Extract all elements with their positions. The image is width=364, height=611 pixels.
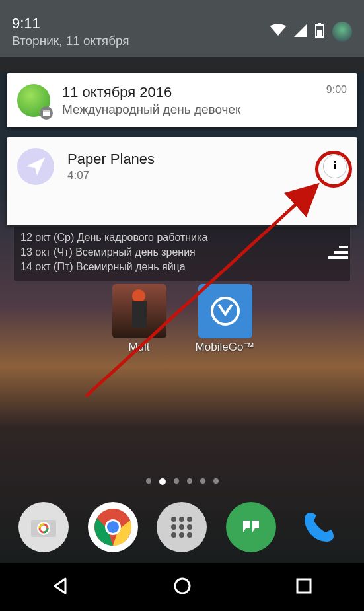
notif-subtitle: Международный день девочек <box>62 102 314 117</box>
calendar-row: 13 окт (Чт) Всемирный день зрения <box>20 245 344 260</box>
info-icon <box>328 159 342 174</box>
dock-chrome[interactable] <box>88 502 138 552</box>
svg-point-8 <box>171 517 176 522</box>
globe-icon <box>17 84 50 117</box>
svg-rect-1 <box>132 301 147 328</box>
app-label: Mult <box>128 341 149 354</box>
svg-point-10 <box>187 517 192 522</box>
info-button[interactable] <box>323 155 347 178</box>
svg-point-17 <box>175 579 190 593</box>
paper-plane-icon <box>17 148 54 185</box>
notification-paper-planes[interactable]: Paper Planes 4:07 <box>7 137 357 225</box>
notif-title: Paper Planes <box>67 151 155 168</box>
dock-hangouts[interactable] <box>226 502 276 552</box>
svg-rect-18 <box>297 579 310 593</box>
nav-home[interactable] <box>172 576 192 598</box>
svg-rect-25 <box>334 164 336 169</box>
mobilego-icon <box>198 284 252 338</box>
mult-icon <box>112 284 166 338</box>
nav-recents[interactable] <box>295 577 313 598</box>
app-mobilego[interactable]: MobileGo™ <box>196 284 255 354</box>
notif-time: 9:00 <box>326 84 347 96</box>
wifi-icon <box>270 24 286 40</box>
dock <box>0 502 364 552</box>
dock-app-drawer[interactable] <box>157 502 207 552</box>
shade-handle-icon[interactable] <box>328 246 348 259</box>
shade-sub <box>0 57 364 73</box>
svg-point-9 <box>179 517 184 522</box>
battery-icon <box>315 23 324 40</box>
status-date: Вторник, 11 октября <box>12 34 129 48</box>
calendar-badge-icon <box>40 106 53 120</box>
svg-point-0 <box>132 289 145 303</box>
calendar-row: 14 окт (Пт) Всемирный день яйца <box>20 260 344 274</box>
svg-point-12 <box>179 524 184 530</box>
svg-rect-20 <box>318 23 321 25</box>
dock-phone[interactable] <box>295 502 346 552</box>
notification-calendar[interactable]: 11 октября 2016 Международный день девоч… <box>7 73 357 127</box>
svg-rect-21 <box>317 30 322 36</box>
svg-point-24 <box>334 161 336 163</box>
nav-bar <box>0 563 364 611</box>
notif-subtitle: 4:07 <box>67 169 155 182</box>
svg-point-14 <box>171 532 176 538</box>
app-mult[interactable]: Mult <box>110 284 169 354</box>
svg-point-15 <box>179 532 184 538</box>
svg-point-16 <box>187 532 192 538</box>
svg-point-2 <box>212 298 238 324</box>
calendar-row: 12 окт (Ср) День кадрового работника <box>20 231 344 245</box>
dock-camera[interactable] <box>18 502 69 552</box>
user-avatar[interactable] <box>332 22 352 42</box>
svg-rect-23 <box>43 110 50 112</box>
svg-point-11 <box>171 524 176 530</box>
home-apps-row: Mult MobileGo™ <box>0 284 364 354</box>
notif-title: 11 октября 2016 <box>62 84 314 101</box>
calendar-widget[interactable]: 12 окт (Ср) День кадрового работника 13 … <box>13 226 351 281</box>
svg-point-7 <box>107 521 119 533</box>
shade-header[interactable]: 9:11 Вторник, 11 октября <box>0 0 364 57</box>
page-indicator[interactable] <box>0 478 364 485</box>
app-label: MobileGo™ <box>196 341 255 354</box>
cell-signal-icon <box>294 24 307 40</box>
svg-point-13 <box>187 524 192 530</box>
status-time: 9:11 <box>12 15 129 32</box>
nav-back[interactable] <box>51 576 71 598</box>
